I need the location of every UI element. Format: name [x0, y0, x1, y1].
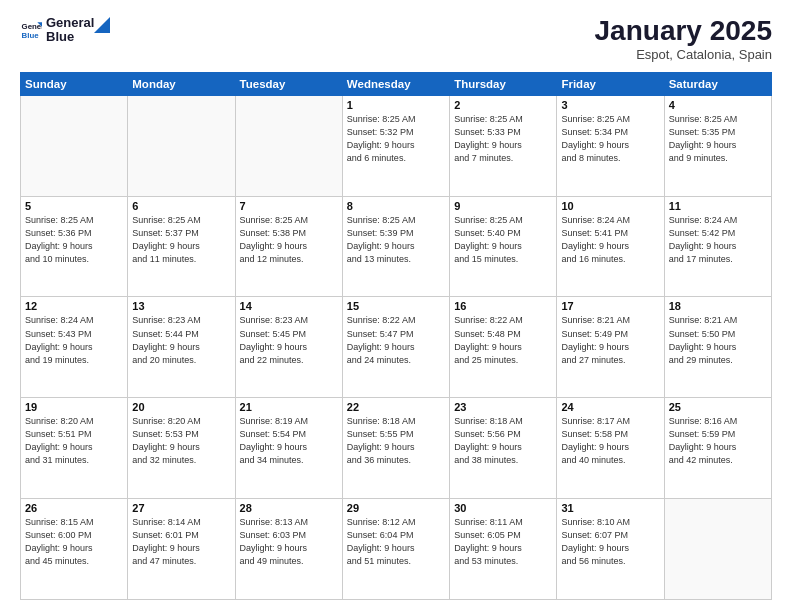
day-info: Sunrise: 8:21 AM Sunset: 5:49 PM Dayligh…: [561, 314, 659, 366]
day-info: Sunrise: 8:14 AM Sunset: 6:01 PM Dayligh…: [132, 516, 230, 568]
day-info: Sunrise: 8:11 AM Sunset: 6:05 PM Dayligh…: [454, 516, 552, 568]
day-info: Sunrise: 8:18 AM Sunset: 5:56 PM Dayligh…: [454, 415, 552, 467]
day-number: 12: [25, 300, 123, 312]
day-number: 25: [669, 401, 767, 413]
day-number: 14: [240, 300, 338, 312]
day-number: 8: [347, 200, 445, 212]
day-info: Sunrise: 8:18 AM Sunset: 5:55 PM Dayligh…: [347, 415, 445, 467]
calendar-cell: 29Sunrise: 8:12 AM Sunset: 6:04 PM Dayli…: [342, 499, 449, 600]
calendar-cell: [235, 95, 342, 196]
day-number: 24: [561, 401, 659, 413]
calendar-cell: 26Sunrise: 8:15 AM Sunset: 6:00 PM Dayli…: [21, 499, 128, 600]
day-number: 16: [454, 300, 552, 312]
day-number: 4: [669, 99, 767, 111]
day-info: Sunrise: 8:25 AM Sunset: 5:33 PM Dayligh…: [454, 113, 552, 165]
calendar-cell: 14Sunrise: 8:23 AM Sunset: 5:45 PM Dayli…: [235, 297, 342, 398]
day-number: 26: [25, 502, 123, 514]
day-info: Sunrise: 8:17 AM Sunset: 5:58 PM Dayligh…: [561, 415, 659, 467]
day-number: 13: [132, 300, 230, 312]
day-number: 23: [454, 401, 552, 413]
calendar-cell: 12Sunrise: 8:24 AM Sunset: 5:43 PM Dayli…: [21, 297, 128, 398]
day-header-monday: Monday: [128, 72, 235, 95]
day-number: 1: [347, 99, 445, 111]
day-header-sunday: Sunday: [21, 72, 128, 95]
day-number: 2: [454, 99, 552, 111]
day-number: 20: [132, 401, 230, 413]
day-number: 6: [132, 200, 230, 212]
calendar-cell: 21Sunrise: 8:19 AM Sunset: 5:54 PM Dayli…: [235, 398, 342, 499]
calendar-cell: 9Sunrise: 8:25 AM Sunset: 5:40 PM Daylig…: [450, 196, 557, 297]
day-number: 7: [240, 200, 338, 212]
calendar-cell: 17Sunrise: 8:21 AM Sunset: 5:49 PM Dayli…: [557, 297, 664, 398]
day-info: Sunrise: 8:25 AM Sunset: 5:38 PM Dayligh…: [240, 214, 338, 266]
day-header-tuesday: Tuesday: [235, 72, 342, 95]
day-number: 11: [669, 200, 767, 212]
calendar-cell: 20Sunrise: 8:20 AM Sunset: 5:53 PM Dayli…: [128, 398, 235, 499]
calendar-cell: 16Sunrise: 8:22 AM Sunset: 5:48 PM Dayli…: [450, 297, 557, 398]
header: General Blue General Blue January 2025 E…: [20, 16, 772, 62]
logo-triangle-icon: [94, 17, 110, 33]
day-info: Sunrise: 8:24 AM Sunset: 5:43 PM Dayligh…: [25, 314, 123, 366]
calendar-week-row: 5Sunrise: 8:25 AM Sunset: 5:36 PM Daylig…: [21, 196, 772, 297]
day-info: Sunrise: 8:15 AM Sunset: 6:00 PM Dayligh…: [25, 516, 123, 568]
calendar-cell: 23Sunrise: 8:18 AM Sunset: 5:56 PM Dayli…: [450, 398, 557, 499]
day-info: Sunrise: 8:22 AM Sunset: 5:47 PM Dayligh…: [347, 314, 445, 366]
day-info: Sunrise: 8:23 AM Sunset: 5:44 PM Dayligh…: [132, 314, 230, 366]
calendar-cell: 25Sunrise: 8:16 AM Sunset: 5:59 PM Dayli…: [664, 398, 771, 499]
calendar-cell: [128, 95, 235, 196]
calendar-week-row: 12Sunrise: 8:24 AM Sunset: 5:43 PM Dayli…: [21, 297, 772, 398]
calendar-cell: 31Sunrise: 8:10 AM Sunset: 6:07 PM Dayli…: [557, 499, 664, 600]
calendar-cell: 10Sunrise: 8:24 AM Sunset: 5:41 PM Dayli…: [557, 196, 664, 297]
location: Espot, Catalonia, Spain: [595, 47, 772, 62]
day-header-wednesday: Wednesday: [342, 72, 449, 95]
day-info: Sunrise: 8:24 AM Sunset: 5:42 PM Dayligh…: [669, 214, 767, 266]
day-info: Sunrise: 8:20 AM Sunset: 5:53 PM Dayligh…: [132, 415, 230, 467]
day-info: Sunrise: 8:25 AM Sunset: 5:36 PM Dayligh…: [25, 214, 123, 266]
calendar-cell: 24Sunrise: 8:17 AM Sunset: 5:58 PM Dayli…: [557, 398, 664, 499]
logo-text-general: General: [46, 16, 94, 30]
day-info: Sunrise: 8:12 AM Sunset: 6:04 PM Dayligh…: [347, 516, 445, 568]
calendar-cell: 28Sunrise: 8:13 AM Sunset: 6:03 PM Dayli…: [235, 499, 342, 600]
month-title: January 2025: [595, 16, 772, 47]
logo: General Blue General Blue: [20, 16, 110, 45]
day-number: 29: [347, 502, 445, 514]
calendar-week-row: 26Sunrise: 8:15 AM Sunset: 6:00 PM Dayli…: [21, 499, 772, 600]
day-info: Sunrise: 8:20 AM Sunset: 5:51 PM Dayligh…: [25, 415, 123, 467]
day-number: 17: [561, 300, 659, 312]
calendar-cell: 5Sunrise: 8:25 AM Sunset: 5:36 PM Daylig…: [21, 196, 128, 297]
day-number: 9: [454, 200, 552, 212]
day-number: 27: [132, 502, 230, 514]
day-info: Sunrise: 8:25 AM Sunset: 5:39 PM Dayligh…: [347, 214, 445, 266]
day-number: 30: [454, 502, 552, 514]
calendar-cell: 2Sunrise: 8:25 AM Sunset: 5:33 PM Daylig…: [450, 95, 557, 196]
day-info: Sunrise: 8:24 AM Sunset: 5:41 PM Dayligh…: [561, 214, 659, 266]
day-info: Sunrise: 8:21 AM Sunset: 5:50 PM Dayligh…: [669, 314, 767, 366]
calendar-week-row: 1Sunrise: 8:25 AM Sunset: 5:32 PM Daylig…: [21, 95, 772, 196]
logo-icon: General Blue: [20, 19, 42, 41]
day-number: 22: [347, 401, 445, 413]
calendar-cell: 22Sunrise: 8:18 AM Sunset: 5:55 PM Dayli…: [342, 398, 449, 499]
day-number: 15: [347, 300, 445, 312]
calendar-cell: [21, 95, 128, 196]
day-header-thursday: Thursday: [450, 72, 557, 95]
calendar-cell: 18Sunrise: 8:21 AM Sunset: 5:50 PM Dayli…: [664, 297, 771, 398]
calendar-cell: 8Sunrise: 8:25 AM Sunset: 5:39 PM Daylig…: [342, 196, 449, 297]
day-header-saturday: Saturday: [664, 72, 771, 95]
calendar-cell: 30Sunrise: 8:11 AM Sunset: 6:05 PM Dayli…: [450, 499, 557, 600]
day-info: Sunrise: 8:22 AM Sunset: 5:48 PM Dayligh…: [454, 314, 552, 366]
calendar-cell: 4Sunrise: 8:25 AM Sunset: 5:35 PM Daylig…: [664, 95, 771, 196]
calendar-header-row: SundayMondayTuesdayWednesdayThursdayFrid…: [21, 72, 772, 95]
calendar-cell: 1Sunrise: 8:25 AM Sunset: 5:32 PM Daylig…: [342, 95, 449, 196]
calendar-cell: 19Sunrise: 8:20 AM Sunset: 5:51 PM Dayli…: [21, 398, 128, 499]
calendar-week-row: 19Sunrise: 8:20 AM Sunset: 5:51 PM Dayli…: [21, 398, 772, 499]
day-number: 18: [669, 300, 767, 312]
day-info: Sunrise: 8:19 AM Sunset: 5:54 PM Dayligh…: [240, 415, 338, 467]
svg-text:Blue: Blue: [22, 31, 40, 40]
title-block: January 2025 Espot, Catalonia, Spain: [595, 16, 772, 62]
day-header-friday: Friday: [557, 72, 664, 95]
calendar-cell: 11Sunrise: 8:24 AM Sunset: 5:42 PM Dayli…: [664, 196, 771, 297]
day-number: 10: [561, 200, 659, 212]
day-info: Sunrise: 8:25 AM Sunset: 5:40 PM Dayligh…: [454, 214, 552, 266]
day-info: Sunrise: 8:23 AM Sunset: 5:45 PM Dayligh…: [240, 314, 338, 366]
day-info: Sunrise: 8:25 AM Sunset: 5:34 PM Dayligh…: [561, 113, 659, 165]
